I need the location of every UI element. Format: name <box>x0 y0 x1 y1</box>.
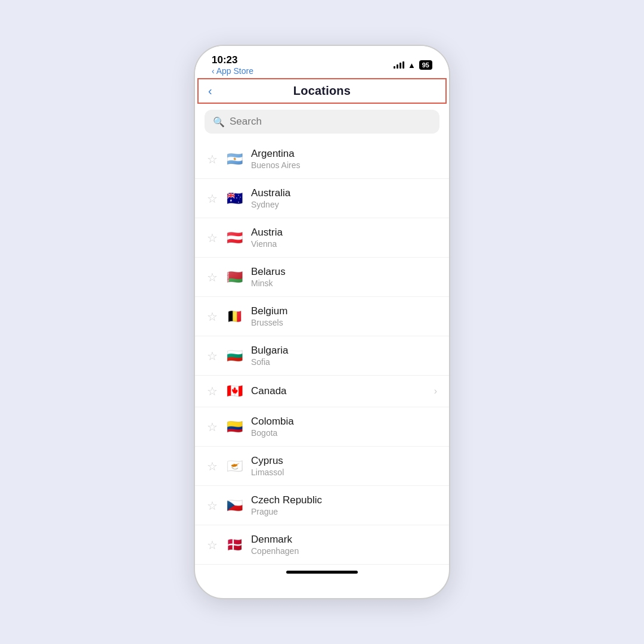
country-name: Czech Republic <box>251 494 437 506</box>
favorite-star-icon[interactable]: ☆ <box>207 384 218 398</box>
country-flag-icon: 🇦🇹 <box>225 231 244 244</box>
city-name: Bogota <box>251 428 437 438</box>
favorite-star-icon[interactable]: ☆ <box>207 152 218 166</box>
country-name: Denmark <box>251 534 437 546</box>
wifi-icon: ▲ <box>408 61 416 70</box>
list-item[interactable]: ☆🇨🇿Czech RepublicPrague <box>195 486 449 525</box>
country-flag-icon: 🇨🇴 <box>225 420 244 434</box>
locations-list: ☆🇦🇷ArgentinaBuenos Aires☆🇦🇺AustraliaSydn… <box>195 140 449 565</box>
list-item[interactable]: ☆🇨🇾CyprusLimassol <box>195 447 449 486</box>
city-name: Copenhagen <box>251 546 437 556</box>
favorite-star-icon[interactable]: ☆ <box>207 538 218 552</box>
favorite-star-icon[interactable]: ☆ <box>207 349 218 363</box>
country-name: Bulgaria <box>251 345 437 357</box>
location-info: CyprusLimassol <box>251 455 437 477</box>
list-item[interactable]: ☆🇦🇺AustraliaSydney <box>195 179 449 218</box>
search-bar[interactable]: 🔍 <box>205 110 439 134</box>
country-name: Cyprus <box>251 455 437 467</box>
country-name: Australia <box>251 187 437 199</box>
location-info: DenmarkCopenhagen <box>251 534 437 556</box>
location-info: Canada <box>251 385 427 397</box>
country-flag-icon: 🇨🇦 <box>225 385 244 398</box>
country-name: Belarus <box>251 266 437 278</box>
location-info: ColombiaBogota <box>251 416 437 438</box>
city-name: Buenos Aires <box>251 160 437 170</box>
country-flag-icon: 🇨🇿 <box>225 499 244 512</box>
status-icons: ▲ 95 <box>394 60 432 70</box>
country-name: Austria <box>251 227 437 239</box>
list-item[interactable]: ☆🇨🇴ColombiaBogota <box>195 407 449 447</box>
home-indicator <box>286 571 358 574</box>
country-flag-icon: 🇧🇾 <box>225 271 244 284</box>
list-item[interactable]: ☆🇧🇾BelarusMinsk <box>195 258 449 297</box>
country-name: Argentina <box>251 148 437 160</box>
chevron-right-icon: › <box>434 386 437 397</box>
country-flag-icon: 🇦🇺 <box>225 192 244 205</box>
list-item[interactable]: ☆🇩🇰DenmarkCopenhagen <box>195 525 449 565</box>
list-item[interactable]: ☆🇦🇹AustriaVienna <box>195 218 449 258</box>
city-name: Sydney <box>251 200 437 209</box>
city-name: Sofia <box>251 357 437 367</box>
nav-bar: ‹ Locations <box>197 78 447 104</box>
list-item[interactable]: ☆🇨🇦Canada› <box>195 376 449 407</box>
favorite-star-icon[interactable]: ☆ <box>207 459 218 473</box>
battery-indicator: 95 <box>419 60 432 70</box>
signal-icon <box>394 61 404 69</box>
location-info: AustraliaSydney <box>251 187 437 209</box>
city-name: Limassol <box>251 467 437 477</box>
country-flag-icon: 🇧🇪 <box>225 310 244 323</box>
country-name: Canada <box>251 385 427 397</box>
list-item[interactable]: ☆🇧🇬BulgariaSofia <box>195 336 449 376</box>
back-chevron-icon: ‹ <box>212 66 215 76</box>
city-name: Prague <box>251 507 437 516</box>
list-item[interactable]: ☆🇦🇷ArgentinaBuenos Aires <box>195 140 449 179</box>
location-info: BelgiumBrussels <box>251 305 437 327</box>
city-name: Brussels <box>251 318 437 327</box>
favorite-star-icon[interactable]: ☆ <box>207 420 218 434</box>
favorite-star-icon[interactable]: ☆ <box>207 499 218 513</box>
city-name: Minsk <box>251 278 437 288</box>
country-name: Colombia <box>251 416 437 428</box>
favorite-star-icon[interactable]: ☆ <box>207 231 218 245</box>
location-info: BulgariaSofia <box>251 345 437 367</box>
list-item[interactable]: ☆🇧🇪BelgiumBrussels <box>195 297 449 336</box>
page-title: Locations <box>293 84 351 98</box>
location-info: BelarusMinsk <box>251 266 437 288</box>
location-info: AustriaVienna <box>251 227 437 249</box>
location-info: ArgentinaBuenos Aires <box>251 148 437 170</box>
favorite-star-icon[interactable]: ☆ <box>207 309 218 324</box>
search-input[interactable] <box>230 116 431 128</box>
country-flag-icon: 🇦🇷 <box>225 153 244 166</box>
status-time: 10:23 <box>212 54 253 66</box>
city-name: Vienna <box>251 239 437 249</box>
phone-frame: 10:23 ‹ App Store ▲ 95 ‹ Locations 🔍 ☆🇦🇷… <box>194 45 450 599</box>
country-flag-icon: 🇩🇰 <box>225 538 244 552</box>
status-back-label[interactable]: ‹ App Store <box>212 66 253 76</box>
favorite-star-icon[interactable]: ☆ <box>207 270 218 284</box>
country-flag-icon: 🇨🇾 <box>225 460 244 473</box>
favorite-star-icon[interactable]: ☆ <box>207 191 218 206</box>
back-button[interactable]: ‹ <box>208 84 212 98</box>
country-name: Belgium <box>251 305 437 317</box>
location-info: Czech RepublicPrague <box>251 494 437 516</box>
search-icon: 🔍 <box>213 116 225 128</box>
country-flag-icon: 🇧🇬 <box>225 349 244 363</box>
status-bar: 10:23 ‹ App Store ▲ 95 <box>195 46 449 78</box>
